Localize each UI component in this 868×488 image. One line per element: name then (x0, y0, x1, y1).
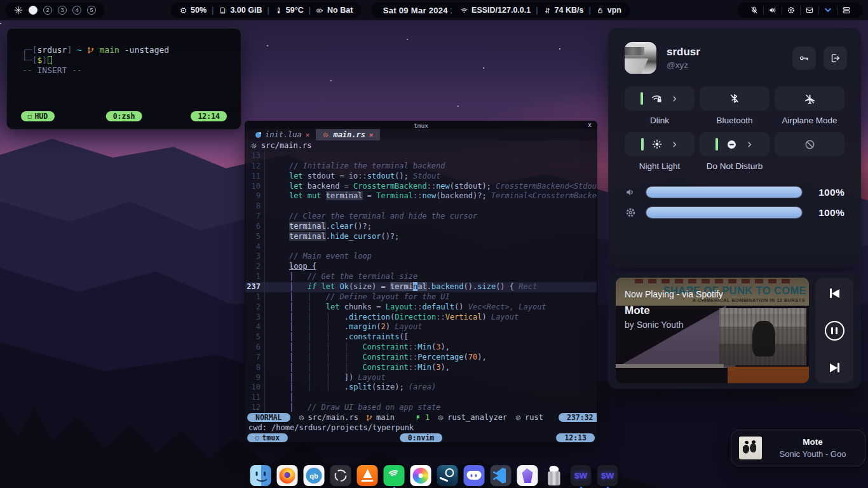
chevron-right-icon[interactable] (670, 140, 679, 149)
tmux-window-badge[interactable]: 0:nvim (400, 433, 443, 442)
system-stats-pill: 50% | 3.00 GiB | 59°C | No Bat (170, 3, 362, 18)
dock-vlc[interactable] (357, 465, 378, 486)
dock-vscode[interactable] (491, 465, 512, 486)
chevron-right-icon[interactable] (745, 140, 754, 149)
settings-gear-icon[interactable] (782, 6, 800, 15)
dock-wallet-1[interactable]: $W (571, 465, 592, 486)
code-line[interactable]: 6 │ │ │ │ Constraint::Min(3), (245, 342, 597, 353)
rust-file-icon (250, 142, 257, 149)
window-titlebar[interactable]: tmux x (245, 121, 597, 129)
distro-logo-icon[interactable] (14, 6, 23, 15)
volume-slider[interactable] (646, 186, 803, 198)
dock-trash[interactable] (544, 465, 565, 486)
code-line[interactable]: 9 │ │ │ ]) Layout (245, 373, 597, 383)
code-line[interactable]: 10 let backend = CrosstermBackend::new(s… (245, 182, 597, 192)
tmux-session-badge[interactable]: □tmux (247, 433, 288, 442)
code-line[interactable]: 11 let stdout = io::stdout(); Stdout (245, 172, 597, 182)
dock-wallet-2[interactable]: $W (597, 465, 618, 486)
tab-main-rs[interactable]: main.rs × (316, 129, 379, 140)
dock-layout-icon[interactable] (837, 6, 855, 15)
battery-widget[interactable]: No Bat (316, 6, 353, 15)
code-line[interactable]: 12 // Initialize the terminal backend (245, 161, 597, 172)
code-line[interactable]: 5 terminal.hide_cursor()?; (245, 232, 597, 242)
code-line[interactable]: 8 (245, 201, 597, 212)
vpn-widget[interactable]: vpn (596, 6, 621, 15)
media-notification[interactable]: Mote Sonic Youth - Goo (731, 430, 865, 466)
code-line[interactable]: 2 loop { (245, 262, 597, 272)
code-line[interactable]: 7 // Clear the terminal and hide the cur… (245, 212, 597, 222)
winbar-breadcrumb: src/main.rs (245, 140, 597, 151)
code-line[interactable]: 237 │ if let Ok(size) = terminal.backend… (245, 282, 597, 292)
code-line[interactable]: 3 // Main event loop (245, 252, 597, 262)
systray-pill (738, 3, 863, 18)
toggle-do-not-disturb[interactable] (700, 132, 770, 156)
network-speed-widget[interactable]: 74 KB/s (543, 6, 584, 15)
lua-file-icon (255, 132, 261, 138)
toggle-label: Night Light (639, 161, 681, 172)
temperature-widget[interactable]: 59°C (275, 6, 304, 15)
tmux-window-badge[interactable]: 0:zsh (106, 111, 142, 121)
dock-spotify[interactable] (384, 465, 405, 486)
workspace-4[interactable]: 4 (72, 6, 81, 15)
tab-close-icon[interactable]: × (369, 131, 374, 139)
dock-discord[interactable] (464, 465, 485, 486)
tmux-session-badge[interactable]: □HUD (21, 111, 55, 121)
toggle-night-light[interactable] (625, 132, 695, 156)
pause-button[interactable] (825, 321, 844, 341)
dock-obs[interactable] (330, 465, 351, 486)
code-line[interactable]: 13 (245, 151, 597, 161)
tab-close-icon[interactable]: × (306, 131, 310, 139)
next-track-button[interactable] (830, 363, 839, 372)
workspace-2[interactable]: 2 (43, 6, 52, 15)
microphone-muted-icon[interactable] (745, 6, 763, 15)
toggle-label: Do Not Disturb (707, 161, 763, 172)
workspace-5[interactable]: 5 (87, 6, 96, 15)
dock-file-manager[interactable] (250, 465, 271, 486)
code-line[interactable]: 6 terminal.clear()?; (245, 222, 597, 232)
code-line[interactable]: 3 │ │ │ .direction(Direction::Vertical) … (245, 313, 597, 323)
terminal-window[interactable]: ┌─[srdusr] ~ main -unstaged └─[$] -- INS… (6, 28, 241, 130)
dock-firefox[interactable] (277, 465, 298, 486)
password-key-button[interactable] (792, 46, 816, 70)
toggle-airplane-mode[interactable] (775, 86, 844, 111)
code-line[interactable]: 9 let mut terminal = Terminal::new(backe… (245, 191, 597, 201)
memory-widget[interactable]: 3.00 GiB (219, 6, 262, 15)
code-line[interactable]: 4 (245, 242, 597, 252)
toggle-blocked[interactable] (775, 132, 844, 156)
code-area[interactable]: 1312 // Initialize the terminal backend1… (245, 151, 597, 412)
tab-init-lua[interactable]: init.lua × (249, 129, 316, 140)
code-line[interactable]: 2 │ │ let chunks = Layout::default() Vec… (245, 302, 597, 313)
editor-window[interactable]: tmux x init.lua × main.rs × src/main.rs … (245, 121, 597, 443)
brightness-slider[interactable] (646, 207, 803, 219)
quick-toggles: Dlink Bluetooth Airplane Mode Night Ligh… (608, 74, 861, 178)
code-line[interactable]: 11 │ (245, 393, 597, 403)
dock-photos[interactable] (410, 465, 431, 486)
code-line[interactable]: 4 │ │ │ .margin(2) Layout (245, 322, 597, 332)
chevron-down-icon[interactable] (819, 6, 837, 15)
code-line[interactable]: 12 │ // Draw UI based on app state (245, 403, 597, 412)
code-line[interactable]: 1 │ // Get the terminal size (245, 272, 597, 282)
logout-button[interactable] (824, 46, 847, 70)
code-line[interactable]: 8 │ │ │ │ Constraint::Min(3), (245, 363, 597, 373)
window-close-button[interactable]: x (588, 121, 592, 128)
mail-icon[interactable] (801, 6, 818, 15)
dock-obsidian[interactable] (517, 465, 538, 486)
toggle-bluetooth[interactable] (700, 86, 770, 111)
previous-track-button[interactable] (830, 288, 839, 298)
code-line[interactable]: 1 │ │ // Define layout for the UI (245, 292, 597, 302)
toggle-label: Airplane Mode (782, 116, 837, 126)
dock-steam[interactable] (437, 465, 458, 486)
toggle-dlink[interactable] (625, 86, 695, 111)
workspace-3[interactable]: 3 (58, 6, 67, 15)
code-line[interactable]: 5 │ │ │ .constraints([ (245, 332, 597, 342)
dock-qbittorrent[interactable]: qb (304, 465, 325, 486)
workspace-1[interactable]: 1 (29, 6, 37, 15)
code-line[interactable]: 10 │ │ │ .split(size); (area) (245, 383, 597, 393)
cpu-widget[interactable]: 50% (179, 6, 207, 15)
blocked-icon (804, 139, 816, 151)
chevron-right-icon[interactable] (670, 95, 679, 103)
speaker-icon[interactable] (764, 6, 782, 15)
code-line[interactable]: 7 │ │ │ │ Constraint::Percentage(70), (245, 353, 597, 363)
prompt-line-2[interactable]: └─[$] (22, 55, 52, 65)
wifi-widget[interactable]: ESSID/127.0.0.1 (460, 6, 531, 15)
